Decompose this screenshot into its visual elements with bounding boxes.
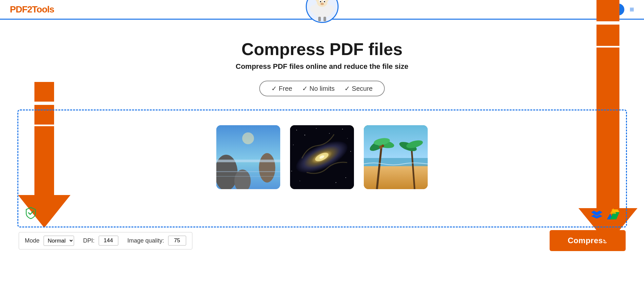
page-subtitle: Compress PDF files online and reduce the…: [236, 62, 408, 71]
logo-suffix: Tools: [32, 4, 54, 14]
dropbox-icon[interactable]: [591, 208, 603, 221]
arrow-square-right-mid: [596, 25, 619, 46]
header: PDF2Tools: [0, 0, 644, 20]
svg-point-24: [242, 132, 254, 144]
svg-point-34: [293, 145, 294, 145]
feature-free: ✓ Free: [271, 85, 292, 92]
quality-input[interactable]: [168, 236, 186, 246]
svg-point-32: [342, 128, 343, 129]
dpi-label: DPI:: [83, 237, 95, 244]
feature-nolimits: ✓ No limits: [302, 85, 335, 92]
user-avatar-symbol: 👤: [615, 6, 622, 13]
svg-point-12: [321, 4, 322, 5]
quality-label: Image quality:: [127, 237, 164, 244]
pdf-thumbnails: [216, 125, 428, 189]
svg-rect-45: [364, 166, 428, 189]
svg-point-35: [350, 151, 351, 152]
thumbnail-beach: [364, 125, 428, 189]
feature-secure: ✓ Secure: [344, 85, 373, 92]
svg-point-4: [327, 5, 334, 12]
security-icon-area: [24, 206, 37, 221]
shield-icon: [24, 206, 37, 219]
user-icon[interactable]: 👤: [613, 4, 624, 15]
page-title: Compress PDF files: [242, 39, 402, 59]
compress-button[interactable]: Compress: [550, 230, 625, 251]
svg-point-39: [291, 171, 292, 171]
svg-point-30: [316, 128, 317, 129]
menu-icon[interactable]: ≡: [630, 5, 634, 14]
svg-point-36: [300, 181, 300, 181]
bottom-toolbar: Mode Normal High Low DPI: Image quality:…: [17, 230, 627, 251]
svg-point-54: [381, 145, 384, 147]
svg-rect-23: [216, 160, 280, 162]
arrow-square-top: [34, 82, 54, 102]
svg-point-10: [324, 1, 325, 2]
svg-point-13: [322, 4, 323, 5]
gdrive-icon[interactable]: [607, 208, 619, 221]
dpi-input[interactable]: [99, 236, 118, 246]
thumbnail-coastal: [216, 125, 280, 189]
svg-point-22: [259, 153, 275, 183]
thumbnail-galaxy: [290, 125, 354, 189]
logo-text: PDF: [10, 4, 27, 14]
coastal-image: [216, 125, 280, 189]
svg-point-31: [329, 133, 330, 134]
svg-rect-26: [216, 176, 280, 177]
svg-point-9: [320, 1, 321, 2]
mascot-svg: [307, 0, 337, 21]
logo-accent: 2: [27, 4, 32, 14]
svg-point-28: [296, 130, 297, 130]
svg-point-37: [336, 182, 336, 183]
mode-select[interactable]: Normal High Low: [44, 236, 74, 246]
mode-section: Mode Normal High Low DPI: Image quality:: [19, 232, 192, 249]
cloud-upload-icons[interactable]: [591, 208, 619, 221]
svg-rect-25: [216, 171, 280, 172]
svg-point-33: [347, 138, 347, 138]
header-right: 👤 ≡: [613, 4, 634, 15]
drop-zone[interactable]: [17, 109, 627, 227]
beach-image: [364, 125, 428, 189]
svg-point-38: [345, 177, 346, 178]
svg-point-29: [304, 134, 305, 135]
main-content: Compress PDF files Compress PDF files on…: [0, 20, 644, 258]
features-badge: ✓ Free ✓ No limits ✓ Secure: [259, 81, 385, 96]
galaxy-image: [290, 125, 354, 189]
mode-label: Mode: [25, 237, 40, 244]
site-logo[interactable]: PDF2Tools: [10, 4, 54, 15]
